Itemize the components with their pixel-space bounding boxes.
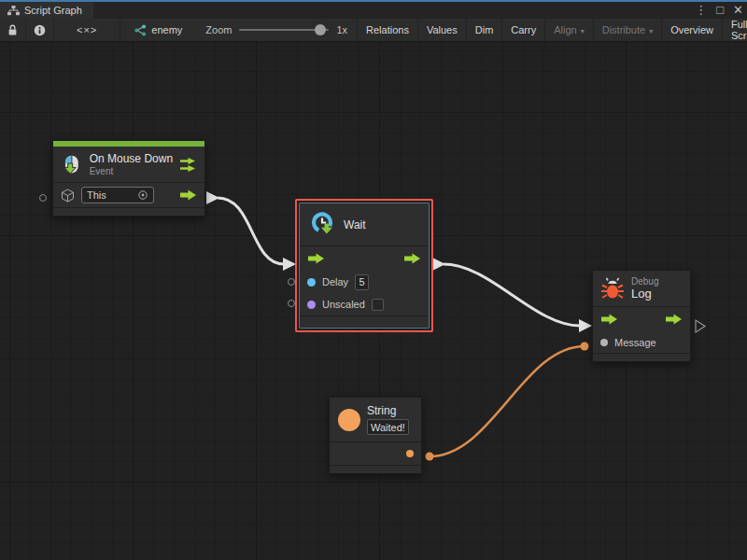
window-maximize-icon[interactable]: □ — [716, 2, 724, 19]
zoom-slider[interactable] — [239, 29, 329, 31]
port-unscaled-input[interactable] — [288, 300, 295, 307]
wire-start-marker — [432, 258, 445, 271]
graph-toolbar: <×> enemy Zoom 1x Relations Values Dim C… — [0, 19, 747, 42]
debug-bug-icon — [600, 277, 625, 301]
node-debug-log[interactable]: Debug Log Message — [592, 270, 691, 362]
code-icon: <×> — [77, 24, 97, 35]
button-label: Values — [427, 24, 458, 35]
delay-label: Delay — [322, 276, 348, 287]
info-button[interactable] — [26, 19, 54, 41]
toolbar-button-align[interactable]: Align ▾ — [545, 19, 593, 41]
flow-row — [300, 245, 429, 271]
value-port-string-output[interactable] — [406, 450, 414, 457]
mouse-icon — [61, 153, 83, 176]
value-port-delay[interactable] — [307, 278, 316, 287]
code-preview-toggle[interactable]: <×> — [54, 19, 120, 41]
toolbar-button-dim[interactable]: Dim — [467, 19, 503, 41]
lock-icon — [7, 24, 18, 36]
output-row — [330, 441, 421, 465]
string-literal-icon — [338, 409, 360, 431]
unscaled-row: Unscaled — [300, 293, 429, 315]
node-string[interactable]: String Waited! — [329, 397, 422, 474]
node-wait[interactable]: Wait Delay 5 Unscaled — [299, 203, 430, 329]
port-delay-input[interactable] — [288, 278, 295, 286]
node-title: String — [367, 404, 409, 417]
graph-name-label: enemy — [151, 24, 182, 35]
toolbar-button-relations[interactable]: Relations — [357, 19, 418, 41]
lock-button[interactable] — [0, 19, 26, 41]
wire-start-marker — [206, 191, 219, 204]
node-header[interactable]: String Waited! — [330, 398, 421, 441]
wire-wait-to-log[interactable] — [444, 264, 580, 326]
toolbar-button-overview[interactable]: Overview — [662, 19, 723, 41]
window-titlebar: Script Graph ⋮ □ ✕ — [0, 0, 747, 19]
node-title: Wait — [344, 218, 366, 231]
node-on-mouse-down[interactable]: On Mouse Down Event This — [52, 140, 205, 217]
graph-icon — [134, 24, 147, 36]
target-field[interactable]: This — [81, 187, 154, 203]
node-category: Debug — [631, 276, 658, 287]
node-title: On Mouse Down — [90, 152, 173, 165]
zoom-label: Zoom — [205, 24, 232, 35]
node-footer — [300, 315, 429, 324]
flow-input-port-icon[interactable] — [600, 314, 618, 325]
flow-output-port-icon[interactable] — [403, 253, 421, 264]
selection-outline: Wait Delay 5 Unscaled — [295, 199, 433, 332]
flow-output-stub-icon[interactable] — [696, 320, 705, 332]
message-row: Message — [593, 331, 690, 353]
value-port-unscaled[interactable] — [307, 301, 316, 309]
port-target-input[interactable] — [39, 194, 47, 202]
button-label: Carry — [511, 24, 536, 35]
node-header[interactable]: On Mouse Down Event — [53, 147, 204, 182]
flow-row — [593, 306, 690, 331]
button-label: Overview — [670, 24, 713, 35]
flow-output-port-icon[interactable] — [665, 314, 683, 325]
graph-breadcrumb[interactable]: enemy — [120, 19, 190, 41]
button-label: Relations — [366, 24, 409, 35]
zoom-control: Zoom 1x — [190, 19, 357, 41]
tab-script-graph[interactable]: Script Graph — [0, 2, 93, 19]
toolbar-button-distribute[interactable]: Distribute ▾ — [594, 19, 662, 41]
wire-mousedown-to-wait[interactable] — [218, 198, 284, 264]
wire-string-to-message[interactable] — [430, 346, 585, 456]
unscaled-checkbox[interactable] — [372, 299, 384, 311]
message-label: Message — [614, 337, 656, 348]
node-header[interactable]: Debug Log — [593, 271, 690, 306]
graph-hierarchy-icon — [7, 6, 20, 16]
button-label: Dim — [475, 24, 494, 35]
cube-icon — [61, 189, 75, 203]
wire-value-endpoint — [426, 453, 434, 461]
dropdown-caret-icon: ▾ — [649, 27, 653, 35]
event-trigger-icon — [179, 157, 197, 173]
wire-arrowhead — [283, 258, 296, 271]
info-icon — [34, 24, 46, 36]
object-picker-icon[interactable] — [137, 189, 148, 201]
string-value-field[interactable]: Waited! — [367, 419, 409, 435]
zoom-slider-handle[interactable] — [315, 24, 326, 35]
value-port-message[interactable] — [600, 339, 608, 346]
target-field-value: This — [87, 189, 134, 201]
toolbar-button-fullscreen[interactable]: Full Screen — [723, 19, 747, 41]
wire-value-endpoint — [581, 343, 589, 351]
zoom-level-value: 1x — [336, 24, 347, 35]
node-header[interactable]: Wait — [300, 203, 429, 245]
wait-clock-icon — [309, 211, 337, 238]
dropdown-caret-icon: ▾ — [581, 27, 585, 35]
flow-output-port-icon[interactable] — [179, 189, 197, 201]
node-footer — [593, 353, 690, 361]
tab-label: Script Graph — [24, 5, 82, 16]
flow-input-port-icon[interactable] — [307, 253, 325, 264]
toolbar-button-carry[interactable]: Carry — [502, 19, 545, 41]
toolbar-button-values[interactable]: Values — [418, 19, 467, 41]
window-menu-icon[interactable]: ⋮ — [695, 2, 707, 19]
graph-canvas[interactable]: On Mouse Down Event This — [0, 42, 747, 560]
button-label: Distribute — [602, 24, 645, 35]
button-label: Full Screen — [731, 19, 747, 41]
window-close-icon[interactable]: ✕ — [733, 2, 743, 19]
button-label: Align — [554, 24, 576, 35]
wire-arrowhead — [579, 319, 592, 332]
delay-row: Delay 5 — [300, 271, 429, 293]
unscaled-label: Unscaled — [322, 299, 365, 310]
node-footer — [330, 465, 421, 473]
delay-value-field[interactable]: 5 — [355, 274, 369, 290]
